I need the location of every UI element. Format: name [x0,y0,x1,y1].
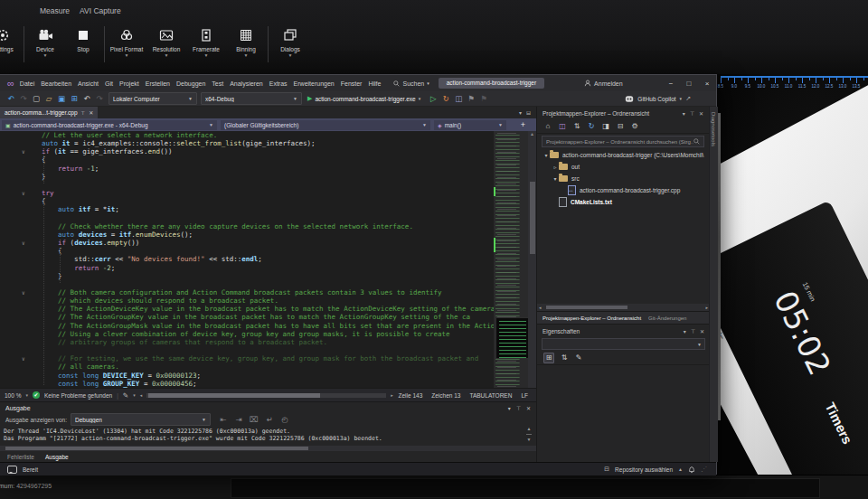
goto-next-icon[interactable]: ⇥ [233,415,244,424]
bookmark-icon[interactable]: ⚑ [466,94,476,103]
hscroll-left-icon[interactable]: ◂ [539,305,542,310]
alphabetical-icon[interactable]: ⇅ [560,353,569,362]
menu-erweiterungen[interactable]: Erweiterungen [294,80,335,87]
maximize-icon[interactable]: □ [680,80,698,88]
code-line[interactable] [0,181,536,189]
wordwrap-icon[interactable]: ↵ [264,415,275,424]
tree-item-out[interactable]: ▹out [537,161,709,173]
window-position-icon[interactable]: ▾ [684,328,686,334]
window-position-icon[interactable]: ▾ [508,405,511,411]
navigate-back-icon[interactable]: ↶ [5,94,16,103]
code-line[interactable]: // Let the user select a network interfa… [0,131,536,139]
fold-arrow-icon[interactable]: ∨ [22,239,25,247]
redo-icon[interactable]: ↷ [94,94,105,103]
code-line[interactable]: auto it = ic4_examples::console::select_… [0,139,536,147]
code-line[interactable]: ∨ if (devices.empty()) [0,239,536,247]
hscroll-left-icon[interactable]: ◂ [140,392,143,398]
code-line[interactable]: return -2; [0,264,536,272]
code-line[interactable] [0,214,536,222]
pin-icon[interactable]: ⊤ [691,328,695,334]
code-line[interactable]: ∨if (it == gige_interfaces.end()) [0,147,536,155]
menu-git[interactable]: Git [105,80,113,87]
code-line[interactable]: auto itf = *it; [0,205,536,213]
fold-arrow-icon[interactable]: ∨ [22,147,25,155]
tree-expanded-icon[interactable]: ▾ [552,175,559,182]
hscroll-right-icon[interactable]: ▸ [705,305,708,310]
tab-fehlerliste[interactable]: Fehlerliste [7,454,34,460]
tab-ausgabe[interactable]: Ausgabe [45,454,69,460]
code-line[interactable]: // all cameras. [0,362,536,371]
output-vertical-scrollbar[interactable]: ▲ ▼ [524,426,533,446]
menu-debuggen[interactable]: Debuggen [176,80,205,87]
pin-icon[interactable]: ⊤ [81,110,86,116]
fold-arrow-icon[interactable]: ∨ [22,354,25,362]
tab-git-changes[interactable]: Git-Änderungen [648,315,686,321]
categorized-icon[interactable]: ⊞ [543,353,554,363]
sign-in-button[interactable]: Anmelden [584,80,623,87]
save-icon[interactable]: ▣ [56,94,67,103]
code-line[interactable]: // Using a clever combination of device … [0,330,536,338]
menu-fenster[interactable]: Fenster [341,80,363,87]
collapse-all-icon[interactable]: ⊟ [616,122,625,131]
close-icon[interactable]: × [698,80,716,88]
code-line[interactable]: // The ActionGroupKey value in the broad… [0,313,536,321]
start-without-debugging-icon[interactable]: ▷ [428,94,439,103]
tree-expanded-icon[interactable]: ▾ [542,152,550,158]
tree-item-action-command-broadcast-trigger-cpp[interactable]: action-command-broadcast-trigger.cpp [537,184,709,196]
menu-erstellen[interactable]: Erstellen [146,80,170,87]
notifications-bell-icon[interactable] [688,466,695,474]
problems-status[interactable]: Keine Probleme gefunden [44,392,112,399]
code-line[interactable]: std::cerr << "No devices found!" << std:… [0,255,536,263]
output-log[interactable]: Der Thread 'IC4.DeviceLost' (13304) hat … [0,426,526,447]
feedback-icon[interactable]: ↗ [685,95,691,102]
output-source-dropdown[interactable]: Debuggen▼ [71,413,211,426]
vertical-scrollbar[interactable]: ▲ [528,131,536,388]
switch-views-icon[interactable]: ◫ [558,122,567,131]
scroll-up-icon[interactable]: ▲ [524,426,533,432]
ribbon-resolution-button[interactable]: Resolution▼ [146,24,186,57]
float-window-icon[interactable]: ⊟ [526,109,531,116]
menu-analysieren[interactable]: Analysieren [230,80,263,87]
tab-measure[interactable]: Measure [40,6,70,15]
menu-test[interactable]: Test [212,80,223,87]
scroll-up-icon[interactable]: ▲ [528,131,536,137]
tree-item-src[interactable]: ▾src [537,173,709,184]
code-line[interactable]: // Check whether there are any video cap… [0,222,536,231]
autoscroll-icon[interactable]: ◴ [279,415,290,424]
code-line[interactable]: // which devices should respond to a bro… [0,297,536,305]
fold-arrow-icon[interactable]: ∨ [22,189,25,197]
ribbon-dialogs-button[interactable]: Dialogs▼ [270,24,310,57]
zoom-level[interactable]: 100 % [5,392,21,399]
undo-icon[interactable]: ↶ [81,94,92,103]
horizontal-scrollbar[interactable] [146,393,386,398]
status-tabs-mode[interactable]: TABULATOREN [469,392,512,399]
code-line[interactable]: ∨ // Both camera configuration and Actio… [0,288,536,297]
nav-project-dropdown[interactable]: ▣ action-command-broadcast-trigger.exe -… [2,120,217,130]
configuration-dropdown[interactable]: x64-Debug▼ [201,92,302,105]
window-position-icon[interactable]: ▾ [683,110,685,117]
open-file-icon[interactable]: ▱ [43,94,54,103]
ribbon-binning-button[interactable]: Binning▼ [226,24,266,57]
code-line[interactable] [0,346,536,354]
menu-datei[interactable]: Datei [20,80,34,87]
ribbon-framerate-button[interactable]: Framerate▼ [186,24,226,57]
home-icon[interactable]: ⌂ [543,122,552,131]
close-icon[interactable]: ✕ [700,328,704,334]
nav-member-dropdown[interactable]: ◈ main()▼ [434,120,506,130]
tab-dropdown-icon[interactable]: ▾ [519,109,522,116]
scroll-down-icon[interactable]: ▼ [524,437,533,443]
preview-icon[interactable]: ◨ [601,122,610,131]
explorer-horizontal-scrollbar[interactable]: ◂ ▸ [537,304,710,311]
edit-tracking-icon[interactable]: ✎ [123,391,128,400]
run-button[interactable]: ▶ action-command-broadcast-trigger.exe ▾ [307,95,420,102]
code-line[interactable]: auto devices = itf.enumDevices(); [0,231,536,239]
code-line[interactable]: const long GROUP_KEY = 0x00000456; [0,380,536,388]
search-box[interactable]: Suchen▾ [393,80,429,87]
close-tab-icon[interactable]: ✕ [89,109,93,116]
bookmark-list-icon[interactable]: ⚑ [478,94,489,103]
break-all-icon[interactable]: ◫ [453,94,464,103]
sync-icon[interactable]: ⇅ [572,122,581,131]
navigate-forward-icon[interactable]: ↷ [18,94,29,103]
zoom-dropdown-icon[interactable]: ▾ [25,392,28,398]
property-pages-icon[interactable]: ✎ [574,353,583,362]
